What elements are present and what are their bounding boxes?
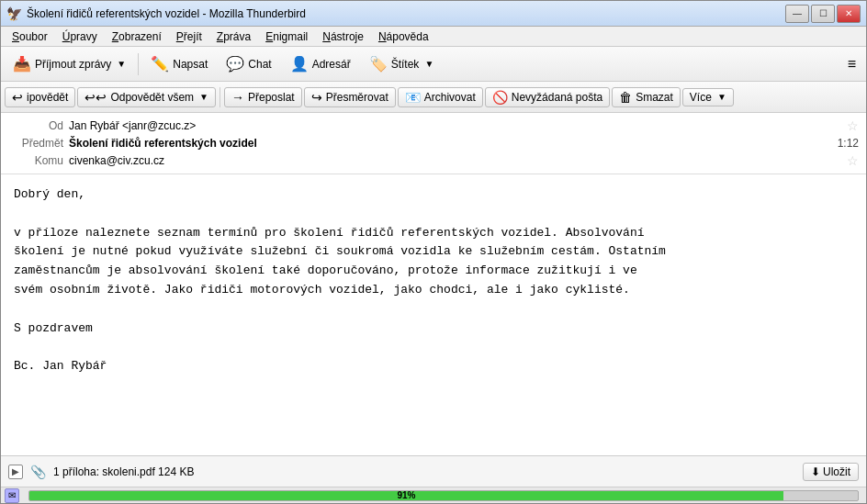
presmerovat-label: Přesměrovat <box>326 91 388 104</box>
app-icon: 🦅 <box>6 6 21 21</box>
body-line4: školení je nutné pokud využíváte služebn… <box>14 242 853 262</box>
from-row: Od Jan Rybář <janr@zcuc.z> ☆ <box>8 117 859 135</box>
nevyzadana-button[interactable]: 🚫 Nevyžádaná pošta <box>485 87 610 107</box>
email-body[interactable]: Dobrý den, v příloze naleznete seznam te… <box>1 174 866 455</box>
vice-button[interactable]: Více ▼ <box>682 88 734 106</box>
status-icon-1[interactable]: ✉ <box>5 488 19 503</box>
stitek-label: Štítek <box>391 58 420 71</box>
preposlat-button[interactable]: → Přeposlat <box>224 87 302 107</box>
odpovedet-vsem-dropdown-icon[interactable]: ▼ <box>199 92 208 102</box>
menu-nastroje[interactable]: Nástroje <box>315 28 371 45</box>
main-window: 🦅 Školení řidičů referentských vozidel -… <box>0 0 867 504</box>
odpovedet-vsem-icon: ↩↩ <box>84 90 107 105</box>
subject-value: Školení řidičů referentských vozidel <box>69 137 838 150</box>
from-value: Jan Rybář <janr@zcuc.z> <box>69 119 843 132</box>
smazat-button[interactable]: 🗑 Smazat <box>612 87 681 107</box>
to-row: Komu civenka@civ.zcu.cz ☆ <box>8 151 859 170</box>
chat-button[interactable]: 💬 Chat <box>218 51 279 76</box>
ipovedet-icon: ↩ <box>12 90 23 105</box>
stitek-icon: 🏷️ <box>369 55 388 73</box>
prijmout-dropdown-icon[interactable]: ▼ <box>117 59 126 69</box>
odpovedet-vsem-label: Odpovědět všem <box>110 91 194 104</box>
minimize-button[interactable]: — <box>785 5 809 23</box>
maximize-button[interactable]: ☐ <box>811 5 835 23</box>
title-bar: 🦅 Školení řidičů referentských vozidel -… <box>1 1 866 27</box>
menu-upravy[interactable]: Úpravy <box>55 28 105 45</box>
stitek-button[interactable]: 🏷️ Štítek ▼ <box>361 51 443 76</box>
presmerovat-button[interactable]: ↪ Přesměrovat <box>304 87 396 107</box>
attachment-icon: 📎 <box>30 465 46 479</box>
adresat-button[interactable]: 👤 Adresář <box>282 51 359 76</box>
menu-napoveda[interactable]: Nápověda <box>371 28 436 45</box>
prijmout-label: Příjmout zprávy <box>35 58 111 71</box>
to-star-icon[interactable]: ☆ <box>847 153 859 168</box>
preposlat-icon: → <box>231 90 244 105</box>
save-button[interactable]: ⬇ Uložit <box>803 463 859 481</box>
progress-fill: 91% <box>29 491 783 500</box>
body-line2 <box>14 205 853 224</box>
hamburger-button[interactable]: ≡ <box>841 52 862 76</box>
close-button[interactable]: ✕ <box>837 5 861 23</box>
email-header: Od Jan Rybář <janr@zcuc.z> ☆ Předmět Ško… <box>1 113 866 174</box>
smazat-label: Smazat <box>636 91 673 104</box>
nevyzadana-label: Nevyžádaná pošta <box>512 91 602 104</box>
subject-row: Předmět Školení řidičů referentských voz… <box>8 135 859 151</box>
archivovat-icon: 📧 <box>405 90 421 105</box>
progress-label: 91% <box>397 490 415 500</box>
smazat-icon: 🗑 <box>619 90 632 105</box>
adresat-icon: 👤 <box>290 55 309 73</box>
napsat-label: Napsat <box>173 58 208 71</box>
body-line1: Dobrý den, <box>14 185 853 205</box>
body-line8: S pozdravem <box>14 319 853 339</box>
ipovedet-label: ipovědět <box>27 91 68 104</box>
body-line3: v příloze naleznete seznam termínů pro š… <box>14 224 853 243</box>
menu-prejit[interactable]: Přejít <box>169 28 209 45</box>
progress-track: 91% <box>28 490 859 501</box>
action-sep-1 <box>220 87 220 107</box>
menu-soubor[interactable]: Soubor <box>5 28 55 45</box>
menu-enigmail[interactable]: Enigmail <box>258 28 315 45</box>
window-title: Školení řidičů referentských vozidel - M… <box>27 7 785 20</box>
menu-zprava[interactable]: Zpráva <box>209 28 258 45</box>
menu-zobrazeni[interactable]: Zobrazení <box>105 28 169 45</box>
body-line9 <box>14 338 853 357</box>
stitek-dropdown-icon[interactable]: ▼ <box>424 59 434 69</box>
odpovedet-vsem-button[interactable]: ↩↩ Odpovědět všem ▼ <box>77 87 216 107</box>
from-star-icon[interactable]: ☆ <box>847 118 859 133</box>
subject-label: Předmět <box>8 137 63 150</box>
body-line10: Bc. Jan Rybář <box>14 357 853 376</box>
body-line7 <box>14 300 853 319</box>
chat-label: Chat <box>248 58 271 71</box>
prijmout-button[interactable]: 📥 Příjmout zprávy ▼ <box>5 51 134 76</box>
to-value: civenka@civ.zcu.cz <box>69 154 843 167</box>
body-line6: svém osobním životě. Jako řidiči motorov… <box>14 281 853 300</box>
attachment-text: 1 příloha: skoleni.pdf 124 KB <box>53 465 795 478</box>
adresat-label: Adresář <box>312 58 351 71</box>
main-toolbar: 📥 Příjmout zprávy ▼ ✏️ Napsat 💬 Chat 👤 A… <box>1 47 866 82</box>
email-time: 1:12 <box>838 137 859 150</box>
from-label: Od <box>8 119 63 132</box>
menu-bar: Soubor Úpravy Zobrazení Přejít Zpráva En… <box>1 27 866 47</box>
status-bar: ✉ 91% <box>1 487 866 503</box>
archivovat-label: Archivovat <box>424 91 476 104</box>
preposlat-label: Přeposlat <box>248 91 295 104</box>
attachment-bar: ▶ 📎 1 příloha: skoleni.pdf 124 KB ⬇ Ulož… <box>1 455 866 487</box>
archivovat-button[interactable]: 📧 Archivovat <box>398 87 483 107</box>
window-controls: — ☐ ✕ <box>785 5 861 23</box>
status-icons: ✉ <box>5 488 19 503</box>
action-bar: ↩ ipovědět ↩↩ Odpovědět všem ▼ → Přeposl… <box>1 82 866 113</box>
toolbar-sep-1 <box>138 53 139 75</box>
vice-label: Více <box>690 91 712 104</box>
prijmout-icon: 📥 <box>13 55 31 73</box>
presmerovat-icon: ↪ <box>311 90 322 105</box>
vice-dropdown-icon[interactable]: ▼ <box>717 92 726 102</box>
ipovedet-button[interactable]: ↩ ipovědět <box>5 87 75 107</box>
chat-icon: 💬 <box>226 55 244 73</box>
email-body-wrapper: Dobrý den, v příloze naleznete seznam te… <box>1 174 866 455</box>
to-label: Komu <box>8 154 63 167</box>
attachment-toggle-button[interactable]: ▶ <box>8 465 23 479</box>
nevyzadana-icon: 🚫 <box>492 90 508 105</box>
body-line5: zaměstnancům je absolvování školení také… <box>14 262 853 281</box>
napsat-icon: ✏️ <box>151 55 169 73</box>
napsat-button[interactable]: ✏️ Napsat <box>142 51 216 76</box>
